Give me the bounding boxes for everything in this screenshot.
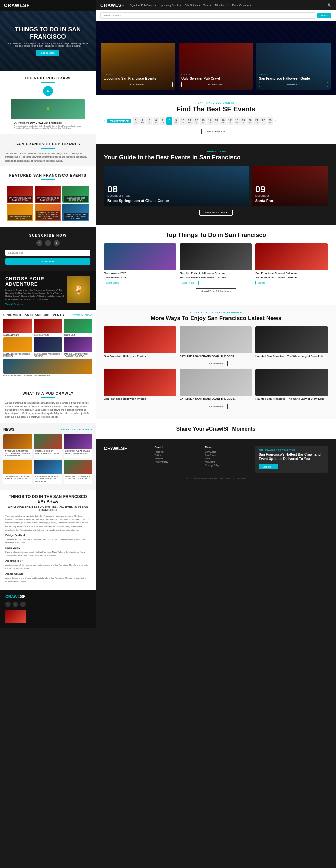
- cal-day-9[interactable]: 9Sa: [173, 117, 179, 125]
- cal-day-22[interactable]: 22Fr: [261, 117, 267, 125]
- search-icon[interactable]: 🔍: [327, 3, 331, 7]
- hero-card-btn-1[interactable]: Browse Events →: [104, 82, 173, 87]
- cal-day-23[interactable]: 23Sa: [267, 117, 273, 125]
- cal-day-15[interactable]: 15Fr: [213, 117, 219, 125]
- cal-day-14[interactable]: 14Th: [207, 117, 213, 125]
- cal-day-16[interactable]: 16Sa: [220, 117, 226, 125]
- subscribe-email-input[interactable]: [5, 250, 90, 255]
- featured-item-4[interactable]: SAN FRANCISCO OLD SF BAR CRAWL: [7, 204, 33, 221]
- footer-pub-crawls-link[interactable]: Pub Crawls: [205, 454, 249, 456]
- twitter-icon[interactable]: t: [45, 240, 51, 246]
- subscribe-button[interactable]: Subscribe: [5, 258, 90, 265]
- footer-facebook-icon[interactable]: f: [5, 602, 11, 607]
- cal-next[interactable]: ›: [275, 118, 276, 124]
- things-item-3[interactable]: San Francisco Concert Calendar San Franc…: [255, 243, 328, 285]
- right-news-item-2[interactable]: EAT LIKE A SAN FRANCISCAN: THE BEST...: [180, 327, 252, 358]
- things-link-2[interactable]: Check it out →: [180, 281, 199, 285]
- featured-item-1[interactable]: SAN FRANCISCO COVID-19 NANO BAR CRAWL: [7, 186, 33, 203]
- footer-instagram-icon[interactable]: i: [20, 602, 26, 607]
- adventure-link[interactable]: View All Events →: [5, 303, 64, 305]
- featured-item-3[interactable]: SAN FRANCISCO GOLF COURSE CRAWL: [62, 186, 89, 203]
- things-link-1[interactable]: Event Details →: [104, 281, 124, 285]
- news-item-3[interactable]: LADY LUCK PUB AT ORACLE PARK IN SAN FRAN…: [63, 434, 92, 458]
- things-item-1[interactable]: Crawloween 2023 Crawloween 2023 Event De…: [104, 243, 176, 285]
- cal-day-19[interactable]: 19Tu: [240, 117, 246, 125]
- footer-tours-link[interactable]: Tours: [205, 457, 249, 460]
- event-item-2[interactable]: SAN FRAN EVENTS: [34, 319, 62, 336]
- right-news-item-6[interactable]: Haunted San Francisco: The White Lady of…: [255, 369, 328, 401]
- guide-card-2[interactable]: 09 December Santa Fran...: [252, 166, 328, 206]
- view-all-pub-crawls-btn[interactable]: View All Pub Crawls ▾: [199, 210, 232, 216]
- cal-day-4[interactable]: 4Mo: [140, 117, 146, 125]
- crawl-card[interactable]: 🍀 St. Patrick's Day Crawl San Francisco …: [11, 99, 85, 131]
- event-item-6[interactable]: SATIRICAL AMOUNTS OF FUN HALLOWEEN PUB C…: [63, 338, 92, 357]
- cal-day-17[interactable]: 17Su: [227, 117, 233, 125]
- right-news-item-4[interactable]: San Francisco Halloween Photos: [104, 369, 176, 401]
- cal-day-5[interactable]: 5Tu: [146, 117, 152, 125]
- hero-card-title-3: San Francisco Halloween Guide: [259, 76, 328, 81]
- hero-card-btn-3[interactable]: See Guide →: [259, 82, 328, 87]
- cal-day-18[interactable]: 18Mo: [234, 117, 240, 125]
- news-item-2[interactable]: SAN FRANCISCO ST PATRICKS DAY PUB CRAWL: [34, 434, 62, 458]
- news-item-6[interactable]: THE BIGGEST ST PATRICKS DAY IN SAN FRANC…: [63, 460, 92, 484]
- hero-card-btn-2[interactable]: Join The Crawl →: [181, 82, 250, 87]
- search-input[interactable]: [100, 12, 315, 19]
- hero-card-1[interactable]: EVENTS Upcoming San Francisco Events Bro…: [101, 43, 175, 90]
- event-item-5[interactable]: SAN FRANCISCO PROGRESSIVE PUB CRAWL: [34, 338, 62, 357]
- newsletter-signup-btn[interactable]: Sign Up →: [259, 464, 278, 469]
- nav-link-city-guides[interactable]: City Guides ▾: [185, 4, 200, 7]
- cal-day-6[interactable]: 6We: [153, 117, 159, 125]
- event-item-3[interactable]: DOLLAR MINT: [63, 319, 92, 336]
- footer-attractions-link[interactable]: Attractions: [205, 461, 249, 463]
- event-item-1[interactable]: SAN FRAN EVENTS: [3, 319, 32, 336]
- nav-link-upcoming[interactable]: Upcoming Events ▾: [160, 4, 181, 7]
- featured-item-6[interactable]: CRAWLOWEEN 2023 SAN FRANCISCO HALLOWEEN …: [62, 204, 89, 221]
- hero-card-2[interactable]: EVENTS Ugly Sweater Pub Crawl Join The C…: [179, 43, 253, 90]
- right-news-item-5[interactable]: EAT LIKE A SAN FRANCISCAN: THE BEST...: [180, 369, 252, 401]
- cal-day-13[interactable]: 13We: [200, 117, 206, 125]
- nav-link-attractions[interactable]: Attractions ▾: [215, 4, 229, 7]
- featured-item-5[interactable]: SAN FRANCISCO POLITAN OF SALT PUB CRAWL …: [35, 204, 61, 221]
- right-news-item-1[interactable]: San Francisco Halloween Photos: [104, 327, 176, 358]
- show-more-btn-2[interactable]: Show more +: [204, 404, 228, 409]
- hero-card-3[interactable]: EVENTS San Francisco Halloween Guide See…: [256, 43, 331, 90]
- cal-day-8[interactable]: 8Fr: [166, 117, 172, 125]
- footer-twitter-link[interactable]: Twitter: [154, 454, 198, 456]
- view-all-tours-btn[interactable]: View All Tours & Attractions ▾: [195, 288, 236, 294]
- right-news-item-3[interactable]: Haunted San Francisco: The White Lady of…: [255, 327, 328, 358]
- event-item-4[interactable]: SAN FRANCISCO PROGRESSIVE PUB CRAWL: [3, 338, 32, 357]
- footer-strategy-link[interactable]: Strategy Policy: [205, 464, 249, 466]
- view-all-events-btn[interactable]: View All Events →: [201, 129, 231, 134]
- nav-link-pub-crawls[interactable]: Signature Pub Crawls ▾: [130, 4, 156, 7]
- cal-day-21[interactable]: 21Th: [254, 117, 260, 125]
- guide-card-1[interactable]: 08 December Friday Bruce Springsteen at …: [104, 166, 249, 206]
- footer-instagram-link[interactable]: Instagram: [154, 457, 198, 460]
- footer-city-guides-link[interactable]: City Guides: [205, 451, 249, 453]
- cal-day-12[interactable]: 12Tu: [193, 117, 199, 125]
- nav-link-tours[interactable]: Tours ▾: [203, 4, 211, 7]
- instagram-icon[interactable]: i: [54, 240, 60, 246]
- footer-facebook-link[interactable]: Facebook: [154, 451, 198, 453]
- news-item-1[interactable]: INTRODUCING FROM THE BEST BAR FRIENDS TO…: [3, 434, 32, 458]
- featured-item-2[interactable]: SAN FRANCISCO COVID-19 NANO BAR CRAWL: [35, 186, 61, 203]
- things-item-2[interactable]: Find the Perfect Halloween Costume Find …: [180, 243, 252, 285]
- nav-link-calendar[interactable]: Event Calendar ▾: [232, 4, 252, 7]
- search-button[interactable]: Search: [317, 13, 331, 18]
- cal-day-3[interactable]: 3Su: [133, 117, 139, 125]
- cal-prev[interactable]: ‹: [104, 118, 105, 124]
- things-link-3[interactable]: Explore →: [255, 281, 270, 285]
- footer-twitter-icon[interactable]: t: [13, 602, 18, 607]
- left-hero-button[interactable]: Learn More: [36, 50, 59, 56]
- event-item-7[interactable]: HISTORICAL AMOUNTS OF FUN HALLOWEEN PUB …: [3, 359, 92, 376]
- footer-privacy-link[interactable]: Privacy Policy: [154, 461, 198, 463]
- cal-day-11[interactable]: 11Mo: [186, 117, 192, 125]
- news-item-4[interactable]: CRAWLOWEEN IS COMING IN THE SAN FRANCISC…: [3, 460, 32, 484]
- show-more-btn[interactable]: Show more +: [204, 361, 228, 366]
- news-item-5[interactable]: THE BIGGEST ST PATRICKS DAY PUB CRAWL IN…: [34, 460, 62, 484]
- cal-day-20[interactable]: 20We: [247, 117, 253, 125]
- cal-day-7[interactable]: 7Th: [160, 117, 166, 125]
- calendar-link[interactable]: EVENT CALENDAR: [72, 314, 92, 316]
- right-news-label-3: Haunted San Francisco: The White Lady of…: [255, 354, 328, 358]
- facebook-icon[interactable]: f: [36, 240, 42, 246]
- cal-day-10[interactable]: 10Su: [180, 117, 186, 125]
